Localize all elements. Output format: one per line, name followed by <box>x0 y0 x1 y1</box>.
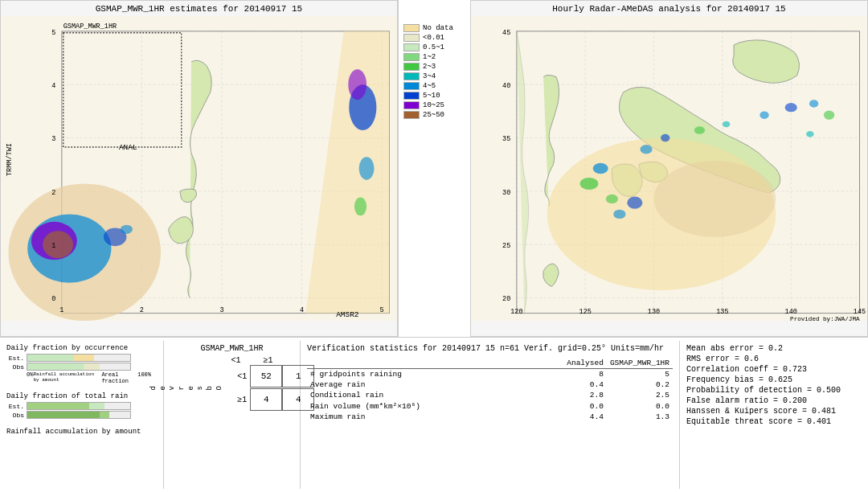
svg-text:ANAL: ANAL <box>119 143 137 152</box>
verif-row: # gridpoints raining 8 5 <box>307 369 673 379</box>
legend-color <box>403 24 420 32</box>
svg-text:40: 40 <box>502 82 510 90</box>
svg-point-60 <box>661 134 669 141</box>
verif-row-analysed: 2.8 <box>563 390 607 400</box>
svg-text:3: 3 <box>51 135 55 143</box>
svg-point-57 <box>593 163 608 174</box>
svg-point-24 <box>354 198 366 216</box>
verif-row: Rain volume (mm*km²×10⁶) 0.0 0.0 <box>307 400 673 412</box>
svg-point-56 <box>580 178 599 190</box>
svg-point-16 <box>43 231 73 258</box>
legend-color <box>403 53 420 61</box>
verif-col-analysed: Analysed <box>563 358 607 369</box>
obs-rain-bar-row: Obs <box>6 411 160 419</box>
legend-color <box>403 82 420 90</box>
verif-row-gsmap: 0.2 <box>607 379 673 390</box>
svg-text:145: 145 <box>854 308 866 316</box>
score-line: Frequency bias = 0.625 <box>686 375 858 384</box>
obs-occurrence-bar-container <box>27 363 131 371</box>
verif-panel: Verification statistics for 20140917 15 … <box>301 341 680 489</box>
legend-label: 25~50 <box>423 111 444 119</box>
col-less1-header: <1 <box>220 356 252 365</box>
svg-text:1: 1 <box>59 306 63 314</box>
svg-text:0: 0 <box>51 295 55 303</box>
rain-bar-group: Est. Obs <box>6 402 160 420</box>
verif-row-gsmap: 1.3 <box>607 412 673 422</box>
verif-row: Maximum rain 4.4 1.3 <box>307 412 673 422</box>
cell-21: 4 <box>250 388 282 411</box>
verif-row-label: Conditional rain <box>307 390 563 400</box>
est-label: Est. <box>6 355 24 362</box>
svg-text:TRMM/TWI: TRMM/TWI <box>6 143 14 176</box>
svg-text:4: 4 <box>300 306 304 314</box>
svg-point-18 <box>121 225 133 234</box>
verif-row-label: # gridpoints raining <box>307 369 563 379</box>
legend-color <box>403 111 420 119</box>
est-rain-label: Est. <box>6 403 24 410</box>
svg-text:AMSR2: AMSR2 <box>336 310 359 319</box>
verif-row-analysed: 0.4 <box>563 379 607 390</box>
score-line: Equitable threat score = 0.401 <box>686 417 858 426</box>
est-occurrence-bar-container <box>27 354 131 362</box>
svg-point-22 <box>348 69 366 100</box>
score-line: False alarm ratio = 0.200 <box>686 396 858 405</box>
svg-text:2: 2 <box>51 189 55 197</box>
est-rain-bar-container <box>27 402 131 410</box>
est-rain-bar-row: Est. <box>6 402 160 410</box>
svg-point-65 <box>809 100 818 107</box>
obs-label: Obs <box>6 363 24 371</box>
legend-label: 2~3 <box>423 63 436 71</box>
verif-row-analysed: 0.0 <box>563 400 607 412</box>
legend-item: 4~5 <box>403 82 453 90</box>
est-occurrence-bar-row: Est. <box>6 354 160 362</box>
svg-point-55 <box>654 161 776 237</box>
verif-row: Conditional rain 2.8 2.5 <box>307 390 673 400</box>
legend-label: 3~4 <box>423 72 436 80</box>
charts-panel: Daily fraction by occurrence Est. Obs <box>3 341 164 489</box>
svg-text:135: 135 <box>716 308 728 316</box>
legend-label: 1~2 <box>423 53 436 61</box>
legend-item: <0.01 <box>403 34 453 42</box>
svg-text:20: 20 <box>502 295 510 303</box>
svg-text:45: 45 <box>502 29 510 37</box>
legend-label: 10~25 <box>423 101 444 109</box>
svg-point-64 <box>785 103 797 112</box>
svg-point-68 <box>627 197 642 209</box>
maps-row: GSMAP_MWR_1HR estimates for 20140917 15 <box>0 0 868 338</box>
svg-point-69 <box>613 210 625 219</box>
svg-text:4: 4 <box>51 82 55 90</box>
verif-row-analysed: 8 <box>563 369 607 379</box>
rain-chart-title: Daily fraction of total rain <box>6 392 160 400</box>
svg-point-62 <box>723 121 730 128</box>
verif-row-gsmap: 0.0 <box>607 400 673 412</box>
legend-item: No data <box>403 24 453 32</box>
left-map-title: GSMAP_MWR_1HR estimates for 20140917 15 <box>96 4 302 14</box>
verif-table: Analysed GSMAP_MWR_1HR # gridpoints rain… <box>307 358 673 422</box>
occurrence-bar-group: Est. Obs 0% Rainfall accumulation by a <box>6 354 160 384</box>
occurrence-axis: 0% Rainfall accumulation by amount Areal… <box>27 371 151 384</box>
row-ge1-label: ≥1 <box>226 396 250 404</box>
legend-color <box>403 72 420 80</box>
right-map-panel: Hourly Radar-AMeDAS analysis for 2014091… <box>470 0 868 337</box>
svg-text:125: 125 <box>579 308 592 316</box>
verif-title: Verification statistics for 20140917 15 … <box>307 344 673 353</box>
svg-point-67 <box>806 131 813 137</box>
scores-panel: Mean abs error = 0.2RMS error = 0.6Corre… <box>680 341 865 489</box>
svg-text:25: 25 <box>502 242 510 250</box>
obs-label-vertical: O b s e r v e d <box>149 386 225 390</box>
legend-color <box>403 101 420 109</box>
legend-label: 4~5 <box>423 82 436 90</box>
occurrence-chart-title: Daily fraction by occurrence <box>6 344 160 352</box>
legend-item: 10~25 <box>403 101 453 109</box>
legend-item: 5~10 <box>403 92 453 100</box>
svg-text:3: 3 <box>219 306 223 314</box>
verif-row-label: Maximum rain <box>307 412 563 422</box>
score-line: Probability of detection = 0.500 <box>686 386 858 395</box>
main-container: GSMAP_MWR_1HR estimates for 20140917 15 <box>0 0 868 492</box>
col-ge1-header: ≥1 <box>252 356 285 365</box>
left-map-panel: GSMAP_MWR_1HR estimates for 20140917 15 <box>0 0 398 337</box>
svg-text:35: 35 <box>502 135 510 143</box>
legend-color <box>403 63 420 71</box>
obs-rain-bar-container <box>27 411 131 419</box>
verif-row-label: Average rain <box>307 379 563 390</box>
